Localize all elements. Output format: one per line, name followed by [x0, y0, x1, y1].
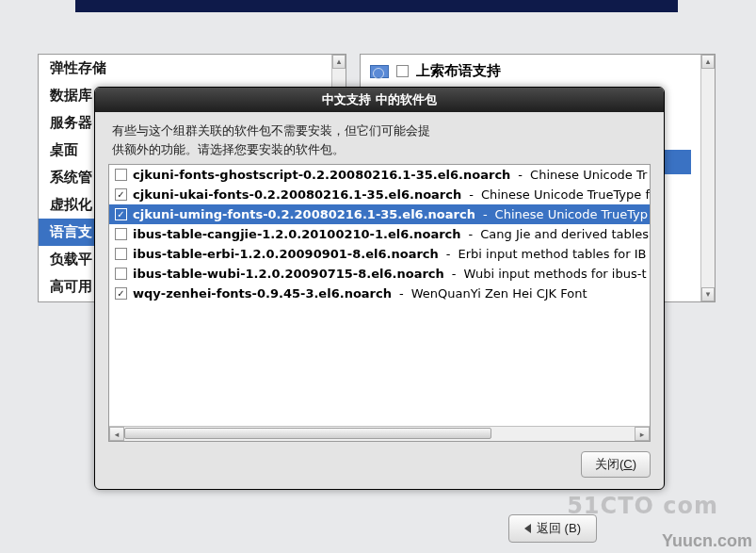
package-checkbox[interactable] — [115, 169, 127, 181]
package-name: cjkuni-ukai-fonts-0.2.20080216.1-35.el6.… — [133, 187, 461, 202]
subgroup-scrollbar[interactable]: ▴ ▾ — [700, 55, 715, 301]
package-checkbox[interactable] — [115, 248, 127, 260]
category-item[interactable]: 弹性存储 — [39, 55, 331, 82]
packages-dialog: 中文支持 中的软件包 有些与这个组群关联的软件包不需要安装，但它们可能会提 供额… — [94, 87, 665, 490]
package-desc: Chinese Unicode Tr — [530, 168, 647, 182]
package-row[interactable]: ✓wqy-zenhei-fonts-0.9.45-3.el6.noarch - … — [109, 284, 650, 303]
dialog-title: 中文支持 中的软件包 — [322, 91, 437, 108]
package-hscrollbar[interactable]: ◂ ▸ — [109, 426, 650, 441]
dialog-description: 有些与这个组群关联的软件包不需要安装，但它们可能会提 供额外的功能。请选择您要安… — [95, 112, 664, 164]
hscroll-track[interactable] — [124, 427, 635, 441]
watermark-51cto: 51CTO com — [567, 493, 718, 519]
scroll-up-icon[interactable]: ▴ — [701, 55, 715, 69]
package-desc: Chinese Unicode TrueType f — [481, 187, 650, 202]
package-desc: Wubi input methods for ibus-t — [464, 267, 647, 281]
hscroll-thumb[interactable] — [124, 428, 491, 439]
package-checkbox[interactable]: ✓ — [115, 287, 127, 300]
arrow-left-icon — [524, 524, 531, 533]
package-desc: Cang Jie and derived tables — [480, 227, 649, 241]
package-checkbox[interactable]: ✓ — [115, 208, 127, 220]
close-button[interactable]: 关闭(C) — [581, 451, 651, 478]
package-checkbox[interactable] — [115, 228, 127, 240]
flag-icon — [370, 65, 389, 78]
package-checkbox[interactable] — [115, 268, 127, 280]
package-row[interactable]: ibus-table-erbi-1.2.0.20090901-8.el6.noa… — [109, 244, 650, 264]
subgroup-label: 上索布语支持 — [416, 62, 501, 80]
package-name: cjkuni-uming-fonts-0.2.20080216.1-35.el6… — [133, 207, 475, 221]
package-desc: WenQuanYi Zen Hei CJK Font — [411, 286, 587, 301]
package-name: ibus-table-erbi-1.2.0.20090901-8.el6.noa… — [133, 247, 439, 261]
scroll-left-icon[interactable]: ◂ — [109, 427, 124, 441]
top-banner — [75, 0, 678, 12]
package-name: wqy-zenhei-fonts-0.9.45-3.el6.noarch — [133, 286, 392, 301]
scroll-up-icon[interactable]: ▴ — [332, 55, 346, 69]
package-name: cjkuni-fonts-ghostscript-0.2.20080216.1-… — [133, 168, 510, 182]
scroll-down-icon[interactable]: ▾ — [701, 287, 715, 301]
scroll-right-icon[interactable]: ▸ — [635, 427, 650, 441]
dialog-titlebar[interactable]: 中文支持 中的软件包 — [95, 88, 664, 112]
package-row[interactable]: cjkuni-fonts-ghostscript-0.2.20080216.1-… — [109, 165, 650, 185]
package-row[interactable]: ibus-table-cangjie-1.2.0.20100210-1.el6.… — [109, 224, 650, 244]
package-name: ibus-table-wubi-1.2.0.20090715-8.el6.noa… — [133, 267, 444, 281]
package-row[interactable]: ✓cjkuni-ukai-fonts-0.2.20080216.1-35.el6… — [109, 185, 650, 204]
package-list-box: cjkuni-fonts-ghostscript-0.2.20080216.1-… — [108, 164, 651, 442]
package-checkbox[interactable]: ✓ — [115, 188, 127, 201]
subgroup-checkbox[interactable] — [396, 65, 409, 77]
watermark-yuucn: Yuucn.com — [662, 531, 752, 551]
package-row[interactable]: ibus-table-wubi-1.2.0.20090715-8.el6.noa… — [109, 264, 650, 284]
subgroup-row[interactable]: 上索布语支持 — [370, 62, 691, 80]
scroll-track[interactable] — [701, 69, 715, 287]
package-desc: Erbi input method tables for IB — [458, 247, 646, 261]
package-desc: Chinese Unicode TrueTyp — [495, 207, 648, 221]
package-name: ibus-table-cangjie-1.2.0.20100210-1.el6.… — [133, 227, 461, 241]
package-row[interactable]: ✓cjkuni-uming-fonts-0.2.20080216.1-35.el… — [109, 204, 650, 224]
